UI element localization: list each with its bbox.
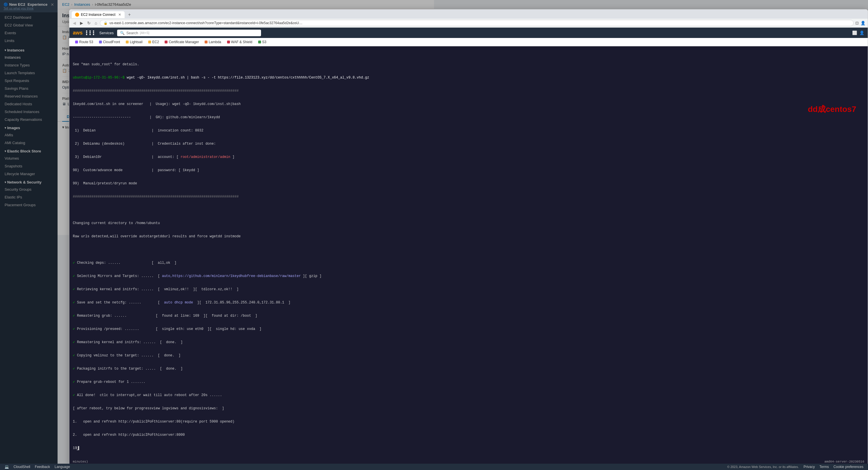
services-grid-icon[interactable] [86,31,96,35]
bookmark-lambda[interactable]: Lambda [202,39,223,45]
terminal-menu-3: 3) Debian10r | account: [ root/administr… [73,155,434,160]
address-text: us-east-1.console.aws.amazon.com/ec2-ins… [110,21,302,25]
browser-window: EC2 Instance Connect ✕ + ◀ ▶ ↻ ⌂ 🔒 us-ea… [69,9,434,235]
tab-favicon [75,13,79,17]
terminal[interactable]: dd成centos7 See "man sudo_root" for detai… [69,46,434,235]
tab-title: EC2 Instance Connect [81,13,115,17]
aws-bookmarks-bar: Route 53 CloudFront Lightsail EC2 Certif… [69,38,434,46]
terminal-menu-1: 1) Debian | invocation count: 8032 [73,128,434,133]
browser-tab-bar: EC2 Instance Connect ✕ + [69,9,434,19]
terminal-menu-title: 1keydd.com/inst.sh in one screener | Usa… [73,102,434,107]
terminal-menu-99: 99) Manual/pretest/dryrun mode [73,181,434,186]
bookmark-ec2[interactable]: EC2 [146,39,161,45]
waf-icon [227,40,230,43]
s3-icon [258,40,261,43]
route53-icon [75,40,78,43]
bookmark-lightsail[interactable]: Lightsail [123,39,145,45]
browser-tab-active[interactable]: EC2 Instance Connect ✕ [72,11,125,18]
aws-search-bar[interactable]: 🔍 Search [Alt+S] [117,30,261,36]
terminal-raw-urls: Raw urls detected,will override autotarg… [73,234,434,235]
ec2-icon [148,40,151,43]
search-icon: 🔍 [120,31,125,35]
cert-manager-icon [165,40,167,43]
lambda-icon [205,40,208,43]
terminal-menu-sep: ---------------------------- | GH): gith… [73,115,434,120]
terminal-hash2: ########################################… [73,194,434,199]
lock-icon: 🔒 [103,21,107,25]
lightsail-icon [126,40,129,43]
bookmark-s3[interactable]: S3 [256,39,269,45]
reload-button[interactable]: ↻ [86,20,92,26]
aws-logo: aws [73,30,83,36]
bookmark-cert-manager[interactable]: Certificate Manager [162,39,201,45]
new-tab-button[interactable]: + [126,11,133,19]
tab-close-icon[interactable]: ✕ [118,13,121,17]
terminal-menu-98: 98) Custom/advance mode | password: [ 1k… [73,168,434,173]
forward-button[interactable]: ▶ [79,20,84,26]
bookmark-cloudfront[interactable]: CloudFront [97,39,122,45]
terminal-line-1: See "man sudo_root" for details. [73,62,434,67]
terminal-line-2: ubuntu@ip-172-31-85-96:~$ wget -qO- 1key… [73,75,434,80]
terminal-hash1: ########################################… [73,88,434,94]
browser-address-bar: ◀ ▶ ↻ ⌂ 🔒 us-east-1.console.aws.amazon.c… [69,19,434,28]
terminal-menu-2: 2) Debianmu (devdeskos) | Credentials af… [73,141,434,146]
search-placeholder: Search [126,31,138,35]
bookmark-route53[interactable]: Route 53 [73,39,96,45]
home-button[interactable]: ⌂ [94,20,98,26]
terminal-changing-dir: Changing current directory to /home/ubun… [73,221,434,226]
terminal-empty1 [73,207,434,212]
bookmark-waf[interactable]: WAF & Shield [225,39,255,45]
cloudfront-icon [99,40,102,43]
services-button[interactable]: Services [99,31,114,35]
aws-topnav: aws Services 🔍 Search [Alt+S] ⬜ 👤 [69,28,434,38]
address-input[interactable]: 🔒 us-east-1.console.aws.amazon.com/ec2-i… [100,20,434,26]
back-button[interactable]: ◀ [72,20,77,26]
search-shortcut: [Alt+S] [140,31,149,35]
